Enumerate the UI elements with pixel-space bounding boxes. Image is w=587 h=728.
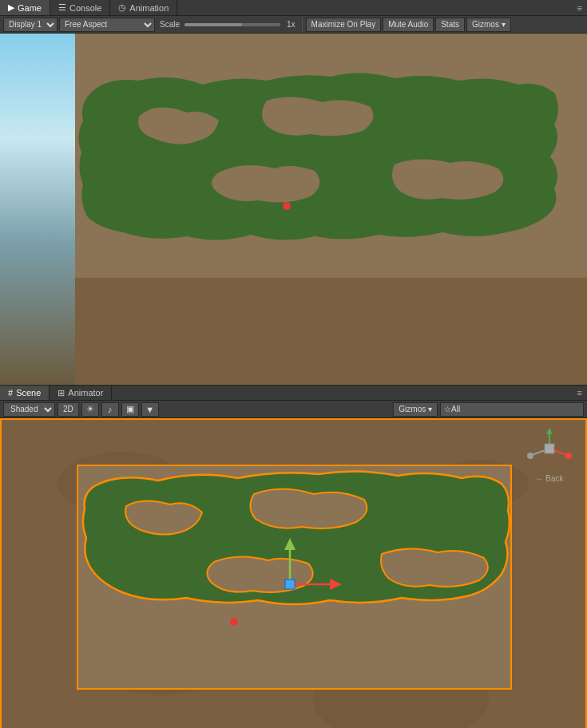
tab-game[interactable]: ▶ Game — [0, 0, 50, 15]
sky-panel — [0, 34, 75, 385]
toolbar-separator-1 — [302, 18, 303, 31]
game-terrain-svg — [75, 34, 587, 385]
scene-gizmos-chevron-icon: ▾ — [428, 405, 432, 413]
back-button[interactable]: ← Back — [535, 474, 563, 483]
gizmos-chevron-icon: ▾ — [502, 20, 506, 29]
scene-map-svg — [78, 466, 510, 688]
scene-map — [77, 465, 512, 690]
scene-hash-icon: # — [8, 388, 13, 398]
sun-icon-btn[interactable]: ☀ — [81, 402, 99, 417]
svg-marker-11 — [546, 428, 553, 434]
tab-animator-label: Animator — [68, 388, 103, 398]
animation-icon: ◷ — [118, 2, 126, 13]
tab-animation[interactable]: ◷ Animation — [110, 0, 177, 15]
mute-audio-button[interactable]: Mute Audio — [383, 18, 434, 32]
gizmos-label: Gizmos — [472, 20, 499, 29]
svg-rect-22 — [285, 580, 295, 589]
scale-container: 1x — [184, 20, 299, 29]
tab-console[interactable]: ☰ Console — [50, 0, 110, 15]
svg-point-23 — [230, 618, 238, 626]
scene-gizmos-button[interactable]: Gizmos ▾ — [393, 402, 438, 417]
svg-rect-16 — [545, 444, 554, 453]
scale-value: 1x — [284, 20, 299, 29]
audio-icon-btn[interactable]: ♪ — [101, 402, 119, 417]
2d-button[interactable]: 2D — [58, 402, 79, 417]
game-icon: ▶ — [8, 2, 14, 13]
scene-toolbar: Shaded 2D ☀ ♪ ▣ ▼ Gizmos ▾ — [0, 401, 587, 418]
scale-slider-fill — [184, 23, 242, 26]
scene-gizmos-label: Gizmos — [399, 405, 426, 413]
tab-menu-button[interactable]: ≡ — [573, 0, 587, 15]
scene-tab-menu-button[interactable]: ≡ — [573, 386, 587, 400]
svg-point-15 — [527, 453, 533, 459]
overlay-icon-btn[interactable]: ▼ — [141, 402, 159, 417]
scene-tab-spacer — [112, 386, 572, 400]
game-toolbar: Display 1 Free Aspect Scale 1x Maximize … — [0, 16, 587, 34]
scene-view: ← Back — [0, 418, 587, 728]
console-icon: ☰ — [58, 2, 66, 13]
maximize-on-play-button[interactable]: Maximize On Play — [306, 18, 382, 32]
nav-gizmo-widget[interactable] — [526, 425, 573, 473]
shaded-select[interactable]: Shaded — [3, 402, 55, 417]
svg-point-2 — [283, 202, 291, 210]
stats-button[interactable]: Stats — [435, 18, 465, 32]
tab-animator[interactable]: ⊞ Animator — [50, 386, 112, 400]
svg-point-13 — [565, 453, 572, 459]
scale-slider[interactable] — [184, 23, 280, 26]
display-select[interactable]: Display 1 — [3, 18, 58, 32]
game-view — [0, 34, 587, 385]
top-tab-bar: ▶ Game ☰ Console ◷ Animation ≡ — [0, 0, 587, 16]
scene-search-input[interactable] — [440, 402, 584, 417]
tab-console-label: Console — [69, 3, 101, 13]
gizmos-dropdown-button[interactable]: Gizmos ▾ — [466, 18, 511, 32]
tab-scene[interactable]: # Scene — [0, 386, 50, 400]
scale-label: Scale — [157, 20, 183, 29]
scene-tab-bar: # Scene ⊞ Animator ≡ — [0, 385, 587, 401]
image-icon-btn[interactable]: ▣ — [121, 402, 139, 417]
animator-icon: ⊞ — [58, 388, 65, 398]
svg-rect-3 — [75, 278, 587, 385]
tab-scene-label: Scene — [16, 388, 41, 398]
tab-animation-label: Animation — [129, 3, 169, 13]
nav-gizmo: ← Back — [522, 425, 577, 497]
tab-spacer — [177, 0, 572, 15]
aspect-select[interactable]: Free Aspect — [59, 18, 155, 32]
tab-game-label: Game — [18, 3, 42, 13]
